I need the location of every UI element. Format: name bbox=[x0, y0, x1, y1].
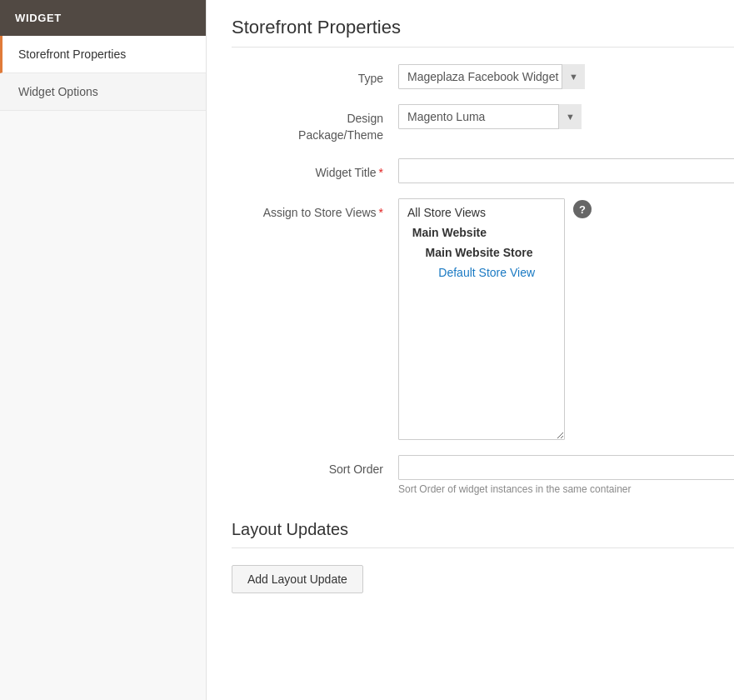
main-content: Storefront Properties Type Mageplaza Fac… bbox=[207, 0, 734, 700]
sort-order-field: Sort Order of widget instances in the sa… bbox=[398, 455, 734, 495]
design-field: Magento Luma ▼ bbox=[398, 104, 734, 129]
type-label: Type bbox=[232, 64, 398, 88]
type-row: Type Mageplaza Facebook Widget ▼ bbox=[232, 64, 734, 89]
type-select[interactable]: Mageplaza Facebook Widget bbox=[398, 64, 585, 89]
store-views-field: All Store Views Main Website Main Websit… bbox=[398, 198, 734, 440]
widget-title-required: * bbox=[379, 166, 383, 179]
add-layout-update-button[interactable]: Add Layout Update bbox=[232, 565, 363, 593]
sidebar-item-label: Storefront Properties bbox=[18, 48, 126, 61]
store-view-option-default-store-view[interactable]: Default Store View bbox=[399, 262, 564, 282]
store-views-row: Assign to Store Views* All Store Views M… bbox=[232, 198, 734, 440]
store-views-select[interactable]: All Store Views Main Website Main Websit… bbox=[398, 198, 565, 440]
sort-order-group: Sort Order of widget instances in the sa… bbox=[398, 455, 734, 495]
design-label: DesignPackage/Theme bbox=[232, 104, 398, 143]
design-select[interactable]: Magento Luma bbox=[398, 104, 582, 129]
widget-title-label: Widget Title* bbox=[232, 158, 398, 182]
sidebar-widget-title: WIDGET bbox=[0, 0, 206, 36]
store-view-option-main-website[interactable]: Main Website bbox=[399, 222, 564, 242]
type-field: Mageplaza Facebook Widget ▼ bbox=[398, 64, 734, 89]
layout-updates-section: Layout Updates Add Layout Update bbox=[232, 520, 734, 593]
design-row: DesignPackage/Theme Magento Luma ▼ bbox=[232, 104, 734, 143]
sort-order-input[interactable] bbox=[398, 455, 734, 480]
design-select-wrapper: Magento Luma ▼ bbox=[398, 104, 582, 129]
sidebar: WIDGET Storefront Properties Widget Opti… bbox=[0, 0, 207, 700]
sort-order-row: Sort Order Sort Order of widget instance… bbox=[232, 455, 734, 495]
sidebar-item-label: Widget Options bbox=[18, 85, 98, 98]
sort-order-hint: Sort Order of widget instances in the sa… bbox=[398, 483, 734, 495]
sidebar-item-widget-options[interactable]: Widget Options bbox=[0, 73, 206, 111]
store-views-help-icon[interactable]: ? bbox=[573, 200, 592, 218]
layout-updates-title: Layout Updates bbox=[232, 520, 734, 548]
type-select-wrapper: Mageplaza Facebook Widget ▼ bbox=[398, 64, 585, 89]
sidebar-item-storefront-properties[interactable]: Storefront Properties bbox=[0, 36, 206, 73]
store-views-label: Assign to Store Views* bbox=[232, 198, 398, 222]
widget-title-row: Widget Title* bbox=[232, 158, 734, 183]
store-view-option-all[interactable]: All Store Views bbox=[399, 202, 564, 222]
section-title: Storefront Properties bbox=[232, 17, 734, 48]
sort-order-label: Sort Order bbox=[232, 455, 398, 478]
widget-title-field bbox=[398, 158, 734, 183]
store-view-option-main-website-store[interactable]: Main Website Store bbox=[399, 242, 564, 262]
store-views-required: * bbox=[379, 206, 383, 219]
widget-title-input[interactable] bbox=[398, 158, 734, 183]
